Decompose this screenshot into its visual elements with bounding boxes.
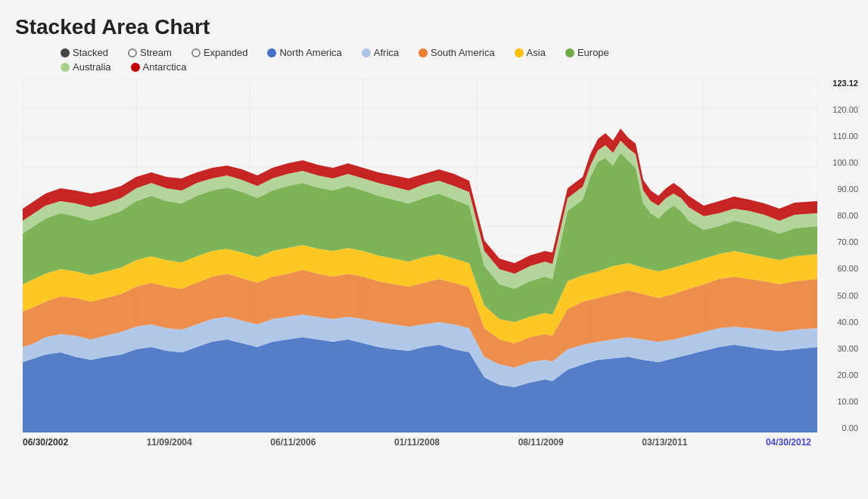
legend-australia-label: Australia xyxy=(73,61,111,73)
y-label-0: 0.00 xyxy=(832,423,858,432)
legend-north-america-label: North America xyxy=(279,47,341,58)
y-label-50: 50.00 xyxy=(832,291,858,300)
y-top-value: 123.12 xyxy=(832,79,858,88)
asia-icon xyxy=(515,48,524,57)
stream-icon xyxy=(128,48,137,57)
y-label-10: 10.00 xyxy=(832,397,858,406)
y-label-20: 20.00 xyxy=(832,370,858,380)
legend-antarctica-label: Antarctica xyxy=(143,61,187,73)
north-america-icon xyxy=(267,48,276,57)
expanded-icon xyxy=(191,48,201,57)
chart-title: Stacked Area Chart xyxy=(15,15,860,39)
legend-expanded[interactable]: Expanded xyxy=(191,47,248,58)
legend-row-1: Stacked Stream Expanded North America Af… xyxy=(61,47,860,58)
legend-stacked-label: Stacked xyxy=(73,47,108,58)
legend-asia-label: Asia xyxy=(527,47,546,58)
x-axis-labels: 06/30/2002 11/09/2004 06/11/2006 01/11/2… xyxy=(23,437,811,448)
antarctica-icon xyxy=(131,63,140,72)
y-label-110: 110.00 xyxy=(832,132,858,141)
chart-legend: Stacked Stream Expanded North America Af… xyxy=(15,47,860,73)
legend-africa-label: Africa xyxy=(374,47,399,58)
legend-stream[interactable]: Stream xyxy=(128,47,172,58)
y-label-90: 90.00 xyxy=(832,184,858,194)
legend-row-2: Australia Antarctica xyxy=(61,61,860,73)
y-axis-labels: 123.12 120.00 110.00 100.00 90.00 80.00 … xyxy=(832,79,858,432)
legend-south-america-label: South America xyxy=(431,47,495,58)
legend-antarctica[interactable]: Antarctica xyxy=(131,61,187,73)
legend-europe[interactable]: Europe xyxy=(565,47,609,58)
legend-stream-label: Stream xyxy=(140,47,172,58)
x-label-1: 11/09/2004 xyxy=(147,437,192,448)
stacked-icon xyxy=(61,48,70,57)
legend-australia[interactable]: Australia xyxy=(61,61,111,73)
y-label-70: 70.00 xyxy=(832,237,858,246)
x-label-3: 01/11/2008 xyxy=(394,437,440,448)
y-label-60: 60.00 xyxy=(832,264,858,273)
y-label-100: 100.00 xyxy=(832,158,858,167)
legend-south-america[interactable]: South America xyxy=(418,47,495,58)
australia-icon xyxy=(61,63,70,72)
x-label-5: 03/13/2011 xyxy=(642,437,687,448)
x-label-4: 08/11/2009 xyxy=(518,437,564,448)
legend-stacked[interactable]: Stacked xyxy=(61,47,108,58)
y-label-30: 30.00 xyxy=(832,344,858,353)
x-label-0: 06/30/2002 xyxy=(23,437,68,448)
chart-container: Stacked Area Chart Stacked Stream Expand… xyxy=(0,0,868,499)
legend-expanded-label: Expanded xyxy=(204,47,248,58)
chart-svg xyxy=(23,79,817,434)
x-label-2: 06/11/2006 xyxy=(270,437,316,448)
legend-north-america[interactable]: North America xyxy=(267,47,341,58)
y-label-120: 120.00 xyxy=(832,105,858,114)
legend-asia[interactable]: Asia xyxy=(515,47,546,58)
y-label-40: 40.00 xyxy=(832,318,858,327)
africa-icon xyxy=(362,48,371,57)
south-america-icon xyxy=(418,48,428,57)
x-label-6: 04/30/2012 xyxy=(766,437,811,448)
legend-europe-label: Europe xyxy=(577,47,609,58)
europe-icon xyxy=(565,48,574,57)
y-label-80: 80.00 xyxy=(832,211,858,220)
legend-africa[interactable]: Africa xyxy=(362,47,399,58)
